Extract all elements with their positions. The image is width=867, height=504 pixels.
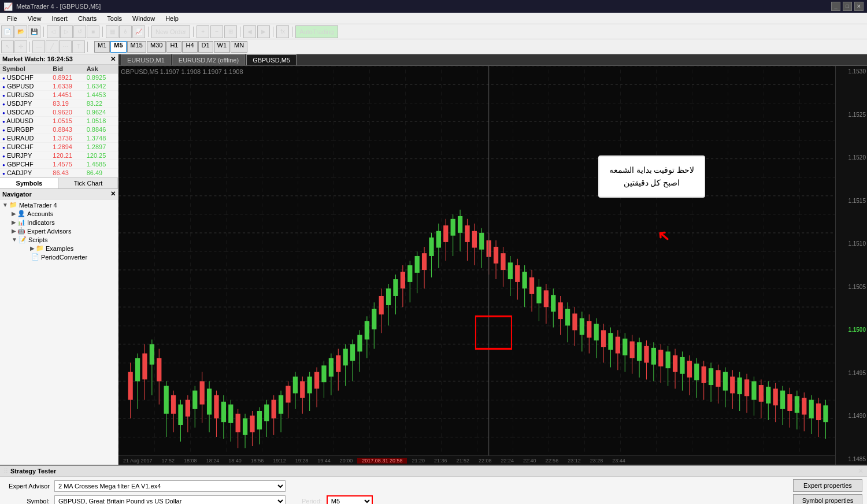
market-watch-row[interactable]: ● CADJPY 86.43 86.49 bbox=[0, 169, 118, 177]
expand-arrow: ▶ bbox=[12, 228, 16, 234]
refresh-btn[interactable]: ↺ bbox=[73, 25, 86, 38]
svg-rect-191 bbox=[766, 387, 770, 403]
trendline-btn[interactable]: ╱ bbox=[46, 40, 58, 53]
expand-arrow: ▶ bbox=[12, 219, 16, 225]
save-btn[interactable]: 💾 bbox=[28, 25, 40, 38]
nav-examples[interactable]: ▶ 📁 Examples bbox=[28, 244, 118, 253]
new-btn[interactable]: 📄 bbox=[1, 25, 14, 38]
minimize-button[interactable]: _ bbox=[831, 2, 840, 11]
cursor-btn[interactable]: ↖ bbox=[1, 40, 14, 53]
market-watch-row[interactable]: ● USDJPY 83.19 83.22 bbox=[0, 99, 118, 108]
new-order-button[interactable]: New Order bbox=[151, 25, 190, 38]
nav-scripts-label: Scripts bbox=[28, 236, 48, 243]
svg-rect-155 bbox=[637, 342, 642, 361]
time-17: 22:40 bbox=[518, 458, 541, 464]
expert-props-button[interactable]: Expert properties bbox=[793, 479, 862, 492]
nav-scripts[interactable]: ▼ 📝 Scripts bbox=[9, 235, 118, 244]
tab-symbols[interactable]: Symbols bbox=[0, 178, 59, 188]
svg-rect-125 bbox=[529, 277, 534, 294]
market-watch-row[interactable]: ● USDCHF 0.8921 0.8925 bbox=[0, 73, 118, 82]
nav-period-converter[interactable]: 📄 PeriodConverter bbox=[28, 253, 118, 261]
navigator-close-icon[interactable]: ✕ bbox=[110, 190, 116, 198]
nav-expert-advisors[interactable]: ▶ 🤖 Expert Advisors bbox=[9, 227, 118, 235]
tf-m5[interactable]: M5 bbox=[110, 41, 126, 53]
chart-tab-gbpusd-m5[interactable]: GBPUSD,M5 bbox=[246, 54, 297, 65]
time-4: 18:24 bbox=[202, 458, 224, 464]
tab-tick-chart[interactable]: Tick Chart bbox=[59, 178, 118, 188]
menu-charts[interactable]: Charts bbox=[73, 14, 101, 23]
tf-h1[interactable]: H1 bbox=[166, 41, 181, 53]
tf-mn[interactable]: MN bbox=[231, 41, 247, 53]
menu-file[interactable]: File bbox=[2, 14, 22, 23]
market-watch-row[interactable]: ● EURJPY 120.21 120.25 bbox=[0, 151, 118, 160]
market-watch-row[interactable]: ● EURGBP 0.8843 0.8846 bbox=[0, 125, 118, 134]
nav-accounts[interactable]: ▶ 👤 Accounts bbox=[9, 209, 118, 218]
tf-m15[interactable]: M15 bbox=[127, 41, 146, 53]
zoom-out-btn[interactable]: − bbox=[210, 25, 223, 38]
svg-rect-123 bbox=[523, 272, 527, 288]
tf-d1[interactable]: D1 bbox=[198, 41, 213, 53]
svg-rect-187 bbox=[751, 381, 756, 400]
market-watch-row[interactable]: ● AUDUSD 1.0515 1.0518 bbox=[0, 117, 118, 125]
menu-help[interactable]: Help bbox=[161, 14, 183, 23]
scroll-left-btn[interactable]: ◀ bbox=[243, 25, 256, 38]
scroll-right-btn[interactable]: ▶ bbox=[257, 25, 270, 38]
price-1: 1.1530 bbox=[837, 68, 866, 75]
nav-metatrader4[interactable]: ▼ 📁 MetaTrader 4 bbox=[0, 201, 118, 209]
svg-rect-109 bbox=[472, 231, 477, 248]
menu-view[interactable]: View bbox=[23, 14, 46, 23]
market-watch-row[interactable]: ● USDCAD 0.9620 0.9624 bbox=[0, 108, 118, 117]
bar-chart-btn[interactable]: ▦ bbox=[106, 25, 118, 38]
tf-m1[interactable]: M1 bbox=[94, 41, 110, 53]
col-ask: Ask bbox=[84, 65, 118, 73]
candle-btn[interactable]: 🕯 bbox=[119, 25, 132, 38]
chart-canvas[interactable]: GBPUSD,M5 1.1907 1.1908 1.1907 1.1908 bbox=[118, 66, 867, 465]
autotrading-button[interactable]: AutoTrading bbox=[295, 25, 338, 38]
market-watch-row[interactable]: ● EURCHF 1.2894 1.2897 bbox=[0, 143, 118, 151]
line-btn[interactable]: 📈 bbox=[132, 25, 145, 38]
back-btn[interactable]: ◁ bbox=[47, 25, 60, 38]
text-btn[interactable]: T bbox=[72, 40, 85, 53]
close-button[interactable]: ✕ bbox=[854, 2, 864, 11]
price-5: 1.1510 bbox=[837, 240, 866, 247]
accounts-icon: 👤 bbox=[17, 210, 25, 217]
indicator-btn[interactable]: fx bbox=[276, 25, 289, 38]
nav-indicators[interactable]: ▶ 📊 Indicators bbox=[9, 218, 118, 227]
maximize-button[interactable]: □ bbox=[843, 2, 852, 11]
market-watch-row[interactable]: ● EURUSD 1.4451 1.4453 bbox=[0, 91, 118, 99]
zoom-in-btn[interactable]: + bbox=[197, 25, 209, 38]
chart-tab-eurusd-m1[interactable]: EURUSD,M1 bbox=[121, 54, 171, 65]
crosshair-btn[interactable]: ✛ bbox=[14, 40, 27, 53]
svg-rect-129 bbox=[544, 290, 549, 307]
fib-btn[interactable]: ⋯ bbox=[59, 40, 72, 53]
tf-h4[interactable]: H4 bbox=[182, 41, 197, 53]
ea-select[interactable]: 2 MA Crosses Mega filter EA V1.ex4 bbox=[54, 480, 286, 492]
col-symbol: Symbol bbox=[0, 65, 50, 73]
tester-close-icon[interactable]: ✕ bbox=[858, 467, 864, 475]
stop-btn[interactable]: ■ bbox=[87, 25, 99, 38]
chart-tab-eurusd-m2[interactable]: EURUSD,M2 (offline) bbox=[172, 54, 245, 65]
tf-w1[interactable]: W1 bbox=[214, 41, 231, 53]
svg-rect-31 bbox=[192, 391, 197, 409]
time-10: 20:00 bbox=[335, 458, 358, 464]
menu-tools[interactable]: Tools bbox=[102, 14, 127, 23]
open-btn[interactable]: 📂 bbox=[14, 25, 27, 38]
svg-rect-85 bbox=[386, 288, 391, 305]
menu-insert[interactable]: Insert bbox=[47, 14, 72, 23]
market-watch-row[interactable]: ● GBPUSD 1.6339 1.6342 bbox=[0, 82, 118, 91]
market-watch-row[interactable]: ● GBPCHF 1.4575 1.4585 bbox=[0, 160, 118, 169]
tf-m30[interactable]: M30 bbox=[147, 41, 166, 53]
hline-btn[interactable]: — bbox=[32, 40, 45, 53]
fwd-btn[interactable]: ▷ bbox=[60, 25, 73, 38]
mw-close-icon[interactable]: ✕ bbox=[110, 55, 116, 63]
market-watch-row[interactable]: ● EURAUD 1.3736 1.3748 bbox=[0, 134, 118, 143]
grid-btn[interactable]: ⊞ bbox=[224, 25, 237, 38]
nav-period-converter-label: PeriodConverter bbox=[41, 254, 87, 261]
window-controls[interactable]: _ □ ✕ bbox=[831, 2, 864, 11]
menu-window[interactable]: Window bbox=[128, 14, 160, 23]
symbol-props-button[interactable]: Symbol properties bbox=[793, 494, 862, 504]
period-select[interactable]: M5 bbox=[327, 495, 373, 504]
symbol-select[interactable]: GBPUSD, Great Britain Pound vs US Dollar bbox=[54, 495, 286, 504]
chart-tabs: EURUSD,M1 EURUSD,M2 (offline) GBPUSD,M5 bbox=[118, 54, 867, 66]
svg-rect-121 bbox=[515, 265, 520, 282]
